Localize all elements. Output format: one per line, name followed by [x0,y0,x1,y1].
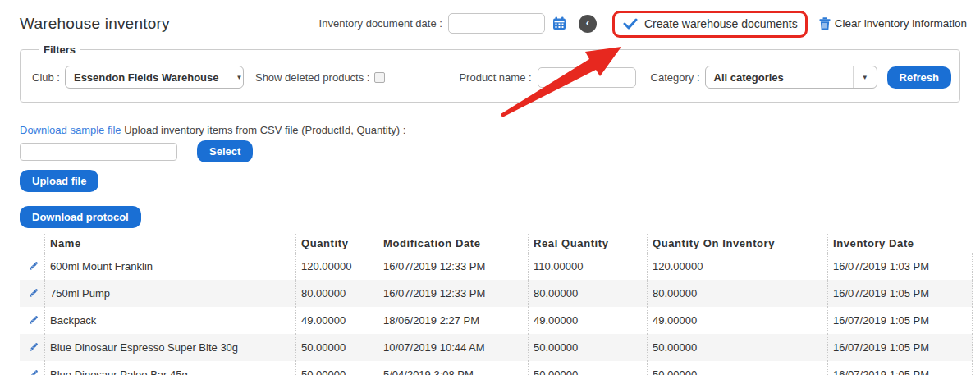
table-cell: 80.00000 [647,280,827,307]
create-warehouse-documents-button[interactable]: Create warehouse documents [623,17,798,30]
select-file-button[interactable]: Select [197,140,253,162]
table-cell: 5/04/2019 3:08 PM [378,361,528,375]
warehouse-inventory-page: Warehouse inventory Inventory document d… [0,0,980,375]
table-cell: 16/07/2019 1:05 PM [827,307,973,334]
table-cell: 110.00000 [528,253,647,280]
category-select-value: All categories [714,71,845,84]
table-cell: 16/07/2019 1:05 PM [827,361,973,375]
clear-inventory-information-button[interactable]: Clear inventory information [819,17,967,30]
check-icon [623,18,638,30]
upload-section: Download sample file Upload inventory it… [20,124,960,192]
column-header[interactable]: Real Quantity [528,234,647,253]
table-row: Backpack49.0000018/06/2019 2:27 PM49.000… [20,307,973,334]
page-title: Warehouse inventory [20,15,170,33]
table-cell: 10/07/2019 10:44 AM [378,334,528,361]
table-body: 600ml Mount Franklin120.0000016/07/2019 … [20,253,973,375]
pencil-icon [28,315,39,326]
column-header[interactable]: Inventory Date [827,234,973,253]
help-icon[interactable]: ‹ [579,15,597,33]
edit-row-button[interactable] [20,253,44,280]
table-cell: 49.00000 [647,307,827,334]
table-cell: 16/07/2019 1:05 PM [827,334,973,361]
csv-file-path-input[interactable] [20,143,177,161]
calendar-icon[interactable] [552,16,566,30]
edit-column-header [20,234,44,253]
table-cell: Blue Dinosaur Paleo Bar 45g [44,361,295,375]
table-cell: 16/07/2019 12:33 PM [378,280,528,307]
column-header[interactable]: Quantity [295,234,378,253]
table-cell: 120.00000 [295,253,378,280]
edit-row-button[interactable] [20,280,44,307]
table-cell: 600ml Mount Franklin [44,253,295,280]
top-bar-actions: Inventory document date : ‹ [319,13,967,34]
help-glyph: ‹ [586,16,589,29]
show-deleted-products-label: Show deleted products : [255,71,369,84]
create-warehouse-documents-label: Create warehouse documents [644,17,798,30]
column-header[interactable]: Quantity On Inventory [647,234,827,253]
column-header[interactable]: Modification Date [378,234,528,253]
table-cell: 50.00000 [295,361,378,375]
table-cell: 16/07/2019 1:03 PM [827,253,973,280]
upload-file-button[interactable]: Upload file [20,170,98,192]
edit-row-button[interactable] [20,334,44,361]
table-cell: 120.00000 [647,253,827,280]
download-protocol-button[interactable]: Download protocol [20,206,141,228]
chevron-down-icon: ▼ [227,66,250,88]
table-row: 750ml Pump80.0000016/07/2019 12:33 PM80.… [20,280,973,307]
inventory-document-date-label: Inventory document date : [319,17,442,30]
edit-row-button[interactable] [20,361,44,375]
product-name-input[interactable] [538,67,636,88]
column-header[interactable]: Name [44,234,295,253]
filters-legend: Filters [39,43,80,56]
club-label: Club : [32,71,60,84]
table-cell: 50.00000 [295,334,378,361]
table-cell: 50.00000 [528,334,647,361]
inventory-document-date-input[interactable] [448,13,545,34]
table-cell: 16/07/2019 1:05 PM [827,280,973,307]
edit-row-button[interactable] [20,307,44,334]
table-cell: 50.00000 [647,361,827,375]
table-cell: 49.00000 [528,307,647,334]
table-cell: 80.00000 [528,280,647,307]
pencil-icon [28,261,39,272]
top-bar: Warehouse inventory Inventory document d… [0,0,980,42]
product-name-label: Product name : [459,71,531,84]
club-select[interactable]: Essendon Fields Warehouse ▼ [65,66,244,89]
trash-icon [819,17,831,30]
download-sample-file-link[interactable]: Download sample file [20,124,121,136]
table-cell: 50.00000 [647,334,827,361]
inventory-table: NameQuantityModification DateReal Quanti… [20,234,973,375]
table-cell: 18/06/2019 2:27 PM [378,307,528,334]
clear-inventory-information-label: Clear inventory information [835,17,967,30]
pencil-icon [28,369,39,375]
table-cell: 16/07/2019 12:33 PM [378,253,528,280]
table-cell: Backpack [44,307,295,334]
table-cell: 80.00000 [295,280,378,307]
table-cell: Blue Dinosaur Espresso Super Bite 30g [44,334,295,361]
table-header-row: NameQuantityModification DateReal Quanti… [20,234,973,253]
table-cell: 750ml Pump [44,280,295,307]
table-row: 600ml Mount Franklin120.0000016/07/2019 … [20,253,973,280]
pencil-icon [28,342,39,353]
pencil-icon [28,288,39,299]
filters-panel: Filters Club : Essendon Fields Warehouse… [20,43,960,103]
refresh-button[interactable]: Refresh [887,66,951,89]
show-deleted-products-checkbox[interactable] [374,72,385,83]
category-label: Category : [651,71,700,84]
category-select[interactable]: All categories ▼ [705,66,877,89]
table-cell: 50.00000 [528,361,647,375]
table-row: Blue Dinosaur Espresso Super Bite 30g50.… [20,334,973,361]
club-select-value: Essendon Fields Warehouse [74,71,219,84]
chevron-down-icon: ▼ [853,66,877,88]
upload-instructions: Upload inventory items from CSV file (Pr… [121,124,406,136]
table-cell: 49.00000 [295,307,378,334]
table-row: Blue Dinosaur Paleo Bar 45g50.000005/04/… [20,361,973,375]
